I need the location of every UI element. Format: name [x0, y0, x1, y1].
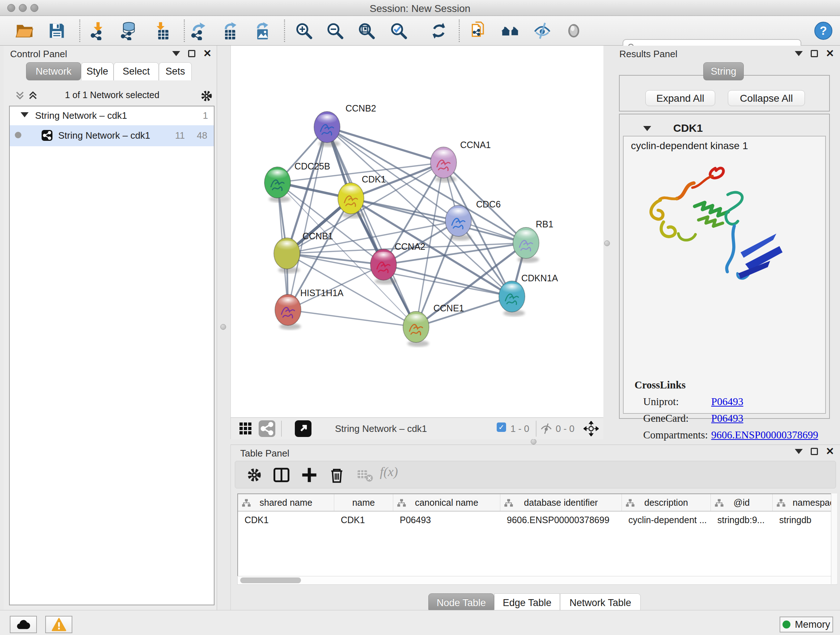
- horizontal-splitter-handle[interactable]: [531, 439, 537, 445]
- birdseye-view-icon[interactable]: [295, 420, 311, 437]
- network-node-RB1[interactable]: RB1: [513, 219, 554, 263]
- panel-close-icon[interactable]: ✕: [203, 50, 212, 57]
- panel-menu-icon[interactable]: [795, 449, 803, 454]
- gear-icon[interactable]: [199, 88, 214, 103]
- refresh-icon[interactable]: [429, 21, 448, 40]
- network-row[interactable]: String Network – cdk1 11 48: [10, 125, 214, 146]
- column-header-canonical-name[interactable]: canonical name: [393, 494, 500, 511]
- add-column-icon[interactable]: [300, 466, 319, 485]
- network-share-view-icon[interactable]: [259, 420, 275, 437]
- import-network-file-icon[interactable]: [88, 21, 107, 40]
- crosslink-label: GeneCard:: [643, 412, 689, 424]
- panel-close-icon[interactable]: ✕: [826, 448, 834, 455]
- tab-network-table[interactable]: Network Table: [560, 593, 641, 612]
- tab-node-table[interactable]: Node Table: [428, 593, 494, 612]
- table-cell[interactable]: 9606.ENSP00000378699: [500, 511, 622, 528]
- panel-float-icon[interactable]: [811, 50, 818, 57]
- open-session-icon[interactable]: [15, 21, 34, 40]
- network-edge-HIST1H1A-CCNE1[interactable]: [288, 310, 416, 327]
- crosslink-link[interactable]: P06493: [711, 412, 744, 424]
- panel-close-icon[interactable]: ✕: [826, 50, 834, 57]
- tab-edge-table[interactable]: Edge Table: [494, 593, 560, 612]
- table-row[interactable]: CDK1CDK1P064939606.ENSP00000378699cyclin…: [238, 511, 836, 528]
- network-node-HIST1H1A[interactable]: HIST1H1A: [275, 288, 344, 330]
- select-columns-icon[interactable]: [272, 466, 291, 485]
- table-cell[interactable]: CDK1: [334, 511, 393, 528]
- table-cell[interactable]: P06493: [393, 511, 500, 528]
- panel-float-icon[interactable]: [811, 448, 818, 455]
- warning-button[interactable]: [45, 616, 73, 633]
- tab-sets[interactable]: Sets: [159, 62, 192, 80]
- hide-selected-eye-icon[interactable]: [533, 21, 552, 40]
- panel-menu-icon[interactable]: [795, 51, 803, 56]
- collapse-all-button[interactable]: Collapse All: [728, 90, 805, 106]
- column-header--id[interactable]: @id: [711, 494, 773, 511]
- column-header-namespace[interactable]: namespace: [773, 494, 837, 511]
- zoom-out-icon[interactable]: [325, 21, 344, 40]
- save-session-icon[interactable]: [47, 21, 66, 40]
- export-image-icon[interactable]: [253, 21, 271, 40]
- gene-expander-icon[interactable]: [643, 126, 651, 131]
- tab-network[interactable]: Network: [26, 62, 81, 80]
- table-cell[interactable]: stringdb:9...: [711, 511, 773, 528]
- results-panel-title: Results Panel: [619, 49, 677, 60]
- zoom-in-icon[interactable]: [294, 21, 313, 40]
- tab-select[interactable]: Select: [114, 62, 159, 80]
- network-canvas[interactable]: CCNB2CCNA1CDC25BCDK1CDC6RB1CCNB1CCNA2CDK…: [231, 46, 603, 417]
- export-table-icon[interactable]: [220, 21, 239, 40]
- gene-symbol: CDK1: [673, 122, 703, 134]
- cloud-button[interactable]: [10, 616, 37, 633]
- zoom-selected-icon[interactable]: [389, 21, 408, 40]
- table-cell[interactable]: CDK1: [238, 511, 334, 528]
- table-gear-icon[interactable]: [245, 466, 264, 485]
- crosslink-link[interactable]: 9606.ENSP00000378699: [711, 429, 818, 441]
- new-network-from-selection-icon[interactable]: [469, 21, 488, 40]
- network-edge-CCNA2-HIST1H1A[interactable]: [288, 264, 384, 310]
- export-network-icon[interactable]: [189, 21, 208, 40]
- network-label: String Network – cdk1: [58, 130, 150, 141]
- import-network-database-icon[interactable]: [118, 21, 137, 40]
- panel-menu-icon[interactable]: [172, 51, 180, 56]
- right-splitter-handle[interactable]: [604, 241, 610, 246]
- network-node-CDC25B[interactable]: CDC25B: [264, 161, 330, 203]
- help-icon[interactable]: ?: [814, 21, 833, 40]
- svg-text:?: ?: [820, 24, 827, 37]
- grid-view-icon[interactable]: [239, 422, 252, 435]
- zoom-fit-icon[interactable]: [357, 21, 376, 40]
- left-splitter-handle[interactable]: [220, 324, 226, 330]
- toolbar-separator: [459, 19, 460, 42]
- collection-expander-icon[interactable]: [21, 112, 28, 117]
- network-node-CCNA1[interactable]: CCNA1: [431, 140, 491, 182]
- tab-style[interactable]: Style: [81, 62, 114, 80]
- column-header-name[interactable]: name: [334, 494, 393, 511]
- column-header-description[interactable]: description: [622, 494, 711, 511]
- column-header-database-identifier[interactable]: database identifier: [500, 494, 622, 511]
- delete-column-icon[interactable]: [327, 466, 346, 485]
- tab-string[interactable]: String: [703, 62, 744, 80]
- vertical-scrollbar[interactable]: [831, 494, 837, 584]
- node-label-CDC25B: CDC25B: [294, 161, 330, 171]
- expand-all-button[interactable]: Expand All: [645, 90, 715, 106]
- table-cell[interactable]: stringdb: [773, 511, 837, 528]
- show-all-houses-icon[interactable]: [501, 21, 520, 40]
- selected-checkbox-icon[interactable]: ✓: [497, 423, 506, 432]
- import-table-icon[interactable]: [152, 21, 171, 40]
- node-label-RB1: RB1: [536, 219, 554, 229]
- navbar-separator: [281, 421, 282, 437]
- memory-button[interactable]: Memory: [780, 616, 833, 632]
- table-cell[interactable]: cyclin-dependent ...: [622, 511, 711, 528]
- network-collection-row[interactable]: String Network – cdk1 1: [10, 106, 214, 125]
- crosslink-link[interactable]: P06493: [711, 396, 744, 408]
- fit-content-crosshair-icon[interactable]: [584, 421, 599, 436]
- horizontal-scrollbar[interactable]: [237, 576, 837, 585]
- node-label-HIST1H1A: HIST1H1A: [300, 288, 344, 298]
- network-edge-CCNB2-CCNA1[interactable]: [327, 127, 444, 163]
- show-hidden-eye-icon[interactable]: [564, 21, 583, 40]
- network-node-CDKN1A[interactable]: CDKN1A: [499, 273, 558, 317]
- panel-float-icon[interactable]: [188, 50, 195, 57]
- column-header-shared-name[interactable]: shared name: [238, 494, 334, 511]
- network-node-CCNE1[interactable]: CCNE1: [403, 303, 464, 347]
- horizontal-scrollbar-thumb[interactable]: [240, 578, 301, 583]
- network-edge-CCNB2-HIST1H1A[interactable]: [288, 127, 327, 310]
- collapse-all-chevron-icon[interactable]: [14, 90, 25, 101]
